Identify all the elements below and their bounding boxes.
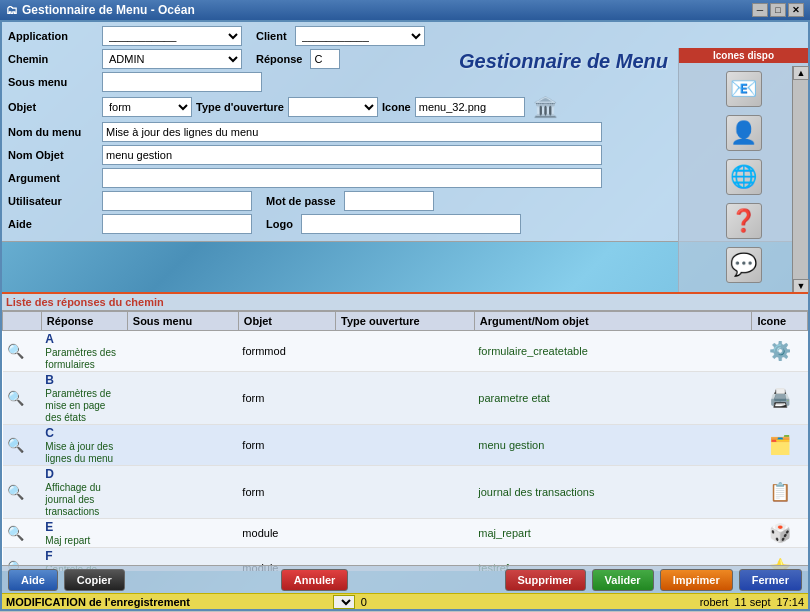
table-header-row: Liste des réponses du chemin (2, 292, 808, 311)
col-objet: Objet (238, 312, 335, 331)
data-table: Réponse Sous menu Objet Type ouverture A… (2, 311, 808, 571)
status-num: 0 (361, 596, 367, 608)
status-user: robert (700, 596, 729, 608)
valider-button[interactable]: Valider (592, 569, 654, 591)
sidebar-icon-chat[interactable]: 💬 (726, 247, 762, 283)
cell-arg-c: menu gestion (474, 425, 752, 466)
main-window: Gestionnaire de Menu Icones dispo ▲ ▼ 📧 … (0, 20, 810, 611)
sous-menu-label: Sous menu (8, 76, 98, 88)
cell-icon-a: ⚙️ (752, 331, 808, 372)
application-select[interactable]: ___________ (102, 26, 242, 46)
col-search (3, 312, 42, 331)
status-date: 11 sept (734, 596, 770, 608)
nom-objet-input[interactable] (102, 145, 602, 165)
table-container[interactable]: Réponse Sous menu Objet Type ouverture A… (2, 311, 808, 571)
globe-icon: 🌐 (730, 164, 757, 190)
search-icon-e[interactable]: 🔍 (7, 524, 25, 542)
icons-sidebar: Icones dispo ▲ ▼ 📧 👤 🌐 ❓ 💬 (678, 48, 808, 293)
icone-input[interactable] (415, 97, 525, 117)
bottom-toolbar: Aide Copier Annuler Supprimer Valider Im… (2, 565, 808, 593)
search-icon-d[interactable]: 🔍 (7, 483, 25, 501)
argument-label: Argument (8, 172, 98, 184)
copier-button[interactable]: Copier (64, 569, 125, 591)
menu-icon: 🗂️ (769, 435, 791, 455)
chat-icon: 💬 (730, 252, 757, 278)
search-icon-c[interactable]: 🔍 (7, 436, 25, 454)
aide-form-label: Aide (8, 218, 98, 230)
argument-input[interactable] (102, 168, 602, 188)
table-row: 🔍 D Affichage du journal des transaction… (3, 466, 808, 519)
cell-reponse-c: C Mise à jour des lignes du menu (41, 425, 127, 466)
client-select[interactable]: ___________ (295, 26, 425, 46)
row-application: Application ___________ Client _________… (8, 26, 668, 46)
row-utilisateur: Utilisateur Mot de passe (8, 191, 668, 211)
supprimer-button[interactable]: Supprimer (505, 569, 586, 591)
address-icon: 📧 (730, 76, 757, 102)
nom-objet-label: Nom Objet (8, 149, 98, 161)
table-row: 🔍 A Paramètres des formulaires formmod f… (3, 331, 808, 372)
minimize-button[interactable]: ─ (752, 3, 768, 17)
sidebar-scroll-up[interactable]: ▲ (793, 66, 809, 80)
application-label: Application (8, 30, 98, 42)
logo-input[interactable] (301, 214, 521, 234)
sous-menu-input[interactable] (102, 72, 262, 92)
utilisateur-input[interactable] (102, 191, 252, 211)
sidebar-icon-help[interactable]: ❓ (726, 203, 762, 239)
type-ouverture-label: Type d'ouverture (196, 101, 284, 113)
chemin-select[interactable]: ADMIN (102, 49, 242, 69)
table-row: 🔍 E Maj repart module maj_repart 🎲 (3, 519, 808, 548)
utilisateur-label: Utilisateur (8, 195, 98, 207)
cell-icon-e: 🎲 (752, 519, 808, 548)
nom-menu-input[interactable] (102, 122, 602, 142)
icons-dispo-label: Icones dispo (679, 48, 808, 63)
sidebar-icon-globe[interactable]: 🌐 (726, 159, 762, 195)
row-nom-objet: Nom Objet (8, 145, 668, 165)
cell-sous-menu-b (127, 372, 238, 425)
aide-button[interactable]: Aide (8, 569, 58, 591)
client-label: Client (256, 30, 287, 42)
cell-sous-menu-c (127, 425, 238, 466)
cell-arg-a: formulaire_createtable (474, 331, 752, 372)
reponse-input[interactable] (310, 49, 340, 69)
fermer-button[interactable]: Fermer (739, 569, 802, 591)
blocks-icon: 🎲 (769, 523, 791, 543)
type-ouverture-select[interactable] (288, 97, 378, 117)
reponse-label: Réponse (256, 53, 302, 65)
row-nom-menu: Nom du menu (8, 122, 668, 142)
printer-icon: 🖨️ (769, 388, 791, 408)
journal-icon: 📋 (769, 482, 791, 502)
table-header: Réponse Sous menu Objet Type ouverture A… (3, 312, 808, 331)
cell-objet-e: module (238, 519, 335, 548)
chemin-label: Chemin (8, 53, 98, 65)
cell-type-e (336, 519, 475, 548)
cell-reponse-b: B Paramètres de mise en page des états (41, 372, 127, 425)
search-icon-b[interactable]: 🔍 (7, 389, 25, 407)
close-button[interactable]: ✕ (788, 3, 804, 17)
objet-select[interactable]: form (102, 97, 192, 117)
row-argument: Argument (8, 168, 668, 188)
mot-de-passe-input[interactable] (344, 191, 434, 211)
app-icon: 🗂 (6, 3, 18, 17)
search-icon-a[interactable]: 🔍 (7, 342, 25, 360)
annuler-button[interactable]: Annuler (281, 569, 349, 591)
aide-input[interactable] (102, 214, 252, 234)
col-type-ouverture: Type ouverture (336, 312, 475, 331)
help-icon: ❓ (730, 208, 757, 234)
cell-sous-menu-e (127, 519, 238, 548)
sidebar-scroll-down[interactable]: ▼ (793, 279, 809, 293)
cell-type-a (336, 331, 475, 372)
cell-icon-b: 🖨️ (752, 372, 808, 425)
cell-icon-c: 🗂️ (752, 425, 808, 466)
cell-arg-e: maj_repart (474, 519, 752, 548)
maximize-button[interactable]: □ (770, 3, 786, 17)
titlebar: 🗂 Gestionnaire de Menu - Océan ─ □ ✕ (0, 0, 810, 20)
cell-icon-d: 📋 (752, 466, 808, 519)
cell-arg-d: journal des transactions (474, 466, 752, 519)
cell-type-d (336, 466, 475, 519)
status-combo[interactable] (333, 595, 355, 609)
objet-label: Objet (8, 101, 98, 113)
cell-reponse-e: E Maj repart (41, 519, 127, 548)
sidebar-icon-address[interactable]: 📧 (726, 71, 762, 107)
sidebar-icon-person[interactable]: 👤 (726, 115, 762, 151)
imprimer-button[interactable]: Imprimer (660, 569, 733, 591)
